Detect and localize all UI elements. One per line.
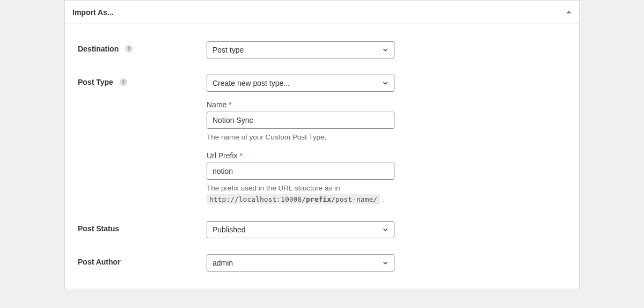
name-field-label: Name *: [207, 100, 394, 109]
destination-select[interactable]: Post type: [207, 41, 394, 58]
url-prefix-desc-prefix: The prefix used in the URL structure as …: [207, 184, 340, 192]
panel-header[interactable]: Import As...: [65, 1, 579, 24]
post-author-label: Post Author: [78, 258, 121, 266]
required-marker: *: [229, 100, 231, 109]
post-status-select[interactable]: Published: [207, 221, 394, 238]
destination-row: Destination ? Post type: [78, 41, 566, 58]
url-prefix-input[interactable]: [207, 163, 394, 180]
url-prefix-description: The prefix used in the URL structure as …: [207, 183, 394, 205]
destination-label: Destination: [78, 45, 119, 53]
post-status-label: Post Status: [78, 224, 119, 233]
name-description: The name of your Custom Post Type.: [207, 132, 394, 143]
post-author-select[interactable]: admin: [207, 254, 394, 272]
post-type-row: Post Type ? Create new post type...: [78, 75, 566, 205]
name-label-text: Name: [207, 100, 226, 109]
name-subfield: Name * The name of your Custom Post Type…: [207, 100, 394, 143]
import-as-panel: Import As... Destination ? Post type: [64, 0, 580, 289]
post-type-select[interactable]: Create new post type...: [207, 75, 394, 92]
post-type-label: Post Type: [78, 78, 113, 86]
post-author-row: Post Author admin: [78, 254, 566, 272]
url-pre: http://localhost:10008/: [209, 195, 306, 203]
required-marker: *: [239, 151, 242, 160]
url-prefix-subfield: Url Prefix * The prefix used in the URL …: [207, 151, 394, 205]
url-post: /post-name/: [331, 195, 377, 203]
url-example-code: http://localhost:10008/prefix/post-name/: [207, 194, 380, 204]
panel-body: Destination ? Post type Po: [65, 24, 579, 289]
panel-title: Import As...: [72, 8, 566, 17]
name-input[interactable]: [207, 112, 394, 129]
help-icon[interactable]: ?: [120, 78, 127, 86]
url-prefix-label-text: Url Prefix: [207, 151, 238, 160]
post-status-row: Post Status Published: [78, 221, 566, 238]
collapse-up-icon: [566, 11, 572, 13]
help-icon[interactable]: ?: [125, 45, 133, 53]
url-prefix-field-label: Url Prefix *: [207, 151, 394, 160]
url-bold: prefix: [306, 195, 331, 203]
